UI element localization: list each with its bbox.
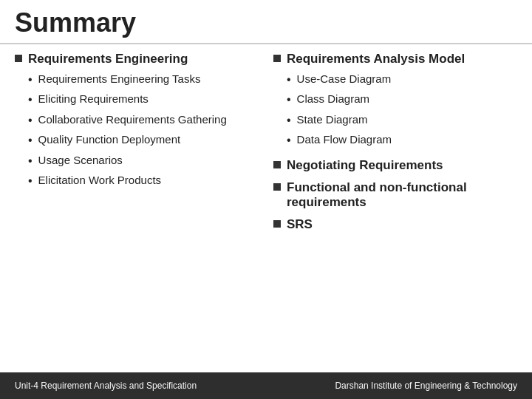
dot-icon: • <box>28 92 33 108</box>
dot-icon: • <box>28 112 33 129</box>
srs-label: SRS <box>287 217 313 232</box>
bottom-bullet-icon-2 <box>273 183 281 191</box>
left-column: Requirements Engineering • Requirements … <box>15 52 259 365</box>
item-text: Usage Scenarios <box>38 152 123 168</box>
list-item: • Class Diagram <box>287 91 517 108</box>
dot-icon: • <box>287 132 291 149</box>
content-area: Requirements Engineering • Requirements … <box>0 44 532 372</box>
list-item: • Eliciting Requirements <box>28 91 259 108</box>
right-section-header: Requirements Analysis Model <box>273 52 517 66</box>
dot-icon: • <box>287 72 291 88</box>
title-bar: Summary <box>0 0 532 44</box>
srs-header: SRS <box>273 217 517 232</box>
dot-icon: • <box>28 132 33 149</box>
list-item: • State Diagram <box>287 112 517 129</box>
item-text: Data Flow Diagram <box>297 132 392 147</box>
dot-icon: • <box>28 153 33 169</box>
list-item: • Elicitation Work Products <box>28 172 259 189</box>
slide: Summary Requirements Engineering • Requi… <box>0 0 532 399</box>
footer: Unit-4 Requirement Analysis and Specific… <box>0 372 532 399</box>
item-text: Elicitation Work Products <box>38 172 161 188</box>
item-text: Quality Function Deployment <box>38 132 181 147</box>
list-item: • Quality Function Deployment <box>28 132 259 149</box>
dot-icon: • <box>28 72 33 88</box>
list-item: • Usage Scenarios <box>28 152 259 169</box>
item-text: State Diagram <box>297 112 368 127</box>
right-sub-items: • Use-Case Diagram • Class Diagram • Sta… <box>273 71 517 149</box>
functional-header: Functional and non-functional requiremen… <box>273 180 517 210</box>
item-text: Class Diagram <box>297 91 369 106</box>
item-text: Use-Case Diagram <box>297 71 392 86</box>
dot-icon: • <box>287 112 291 129</box>
bottom-bullet-icon-3 <box>273 220 281 228</box>
footer-right-text: Darshan Institute of Engineering & Techn… <box>335 381 517 391</box>
bottom-bullet-icon-1 <box>273 161 281 168</box>
list-item: • Data Flow Diagram <box>287 132 517 149</box>
list-item: • Use-Case Diagram <box>287 71 517 88</box>
left-bullet-icon <box>15 55 22 62</box>
item-text: Eliciting Requirements <box>38 91 149 106</box>
right-column: Requirements Analysis Model • Use-Case D… <box>273 52 517 365</box>
page-title: Summary <box>15 7 517 38</box>
functional-label: Functional and non-functional requiremen… <box>287 180 517 210</box>
dot-icon: • <box>287 92 291 108</box>
dot-icon: • <box>28 173 33 189</box>
list-item: • Collaborative Requirements Gathering <box>28 112 259 129</box>
right-bullet-icon <box>273 55 281 62</box>
right-section-title: Requirements Analysis Model <box>287 52 465 66</box>
list-item: • Requirements Engineering Tasks <box>28 71 259 88</box>
item-text: Requirements Engineering Tasks <box>38 71 201 86</box>
item-text: Collaborative Requirements Gathering <box>38 112 227 127</box>
left-section-header: Requirements Engineering <box>15 52 259 66</box>
negotiating-label: Negotiating Requirements <box>287 158 443 173</box>
left-section-title: Requirements Engineering <box>28 52 188 66</box>
right-section-analysis: Requirements Analysis Model • Use-Case D… <box>273 52 517 155</box>
left-sub-items: • Requirements Engineering Tasks • Elici… <box>15 71 259 189</box>
negotiating-header: Negotiating Requirements <box>273 158 517 173</box>
footer-left-text: Unit-4 Requirement Analysis and Specific… <box>15 381 197 391</box>
